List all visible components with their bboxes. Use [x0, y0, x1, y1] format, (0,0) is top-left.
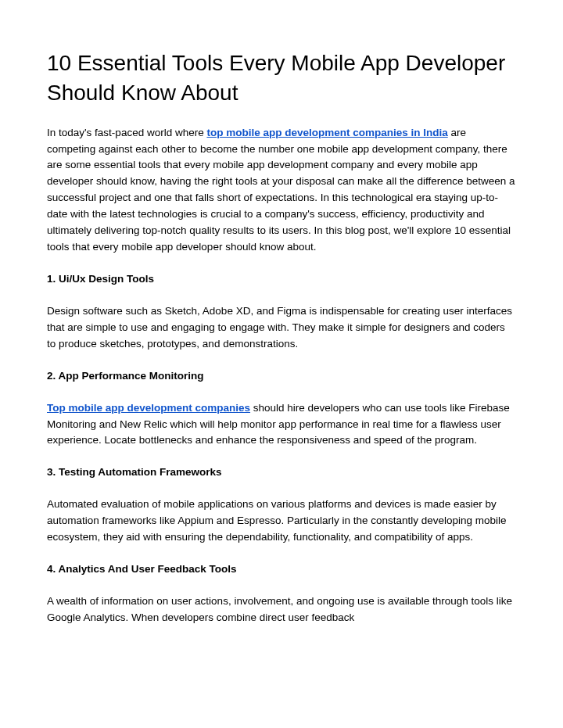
page-title: 10 Essential Tools Every Mobile App Deve… [47, 48, 516, 108]
section-4-heading: 4. Analytics And User Feedback Tools [47, 561, 516, 578]
section-3-heading: 3. Testing Automation Frameworks [47, 464, 516, 481]
intro-paragraph: In today's fast-paced world where top mo… [47, 125, 516, 256]
section-1-heading: 1. Ui/Ux Design Tools [47, 271, 516, 288]
intro-text-post: are competing against each other to beco… [47, 127, 515, 253]
section-2-heading: 2. App Performance Monitoring [47, 368, 516, 385]
section-2-link[interactable]: Top mobile app development companies [47, 402, 250, 414]
section-4-body: A wealth of information on user actions,… [47, 594, 516, 626]
intro-text-pre: In today's fast-paced world where [47, 127, 206, 138]
section-3-body: Automated evaluation of mobile applicati… [47, 497, 516, 546]
section-2-body: Top mobile app development companies sho… [47, 400, 516, 450]
section-1-body: Design software such as Sketch, Adobe XD… [47, 303, 516, 353]
intro-link[interactable]: top mobile app development companies in … [206, 127, 447, 138]
